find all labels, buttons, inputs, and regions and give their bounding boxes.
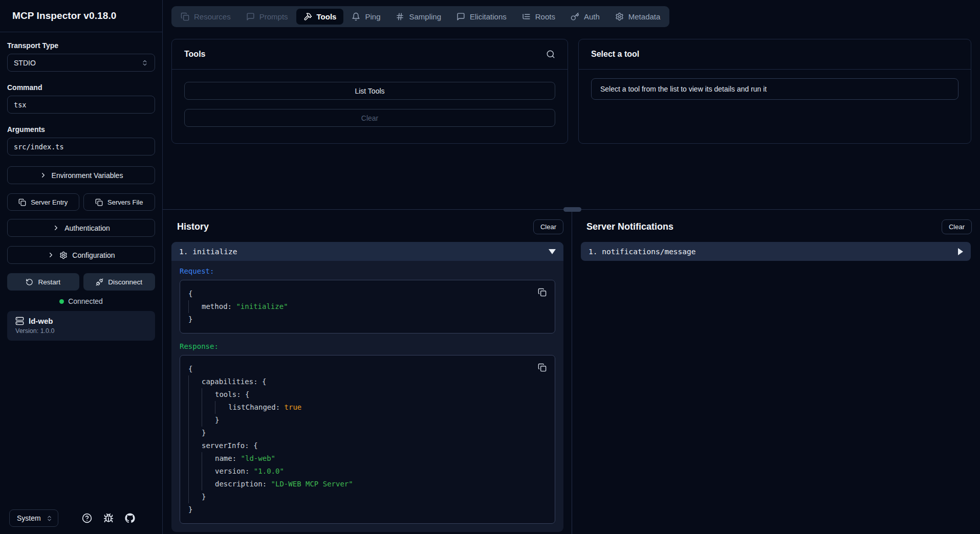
server-notifications-section: Server Notifications Clear 1. notificati…	[572, 210, 980, 534]
history-title: History	[177, 221, 209, 232]
tab-ping[interactable]: Ping	[344, 9, 387, 25]
tab-resources[interactable]: Resources	[173, 9, 238, 25]
github-icon	[125, 513, 135, 523]
copy-response-button[interactable]	[535, 360, 549, 374]
help-button[interactable]	[82, 513, 92, 523]
clear-notifications-button[interactable]: Clear	[942, 219, 972, 234]
chevrons-up-down-icon	[141, 59, 148, 66]
list-tools-button[interactable]: List Tools	[184, 82, 555, 100]
github-button[interactable]	[125, 513, 135, 523]
history-section: History Clear 1. initialize Request:	[163, 210, 572, 534]
history-item-label: 1. initialize	[179, 248, 237, 256]
clear-tools-button[interactable]: Clear	[184, 109, 555, 127]
nav-tabbar: Resources Prompts Tools Ping Sampling	[171, 6, 669, 27]
connection-status: Connected	[7, 297, 155, 305]
configuration-toggle[interactable]: Configuration	[7, 246, 155, 264]
copy-icon	[95, 198, 103, 206]
help-circle-icon	[82, 513, 92, 523]
server-name: ld-web	[29, 317, 53, 325]
unplug-icon	[96, 278, 103, 286]
tab-sampling[interactable]: Sampling	[388, 9, 448, 25]
tools-panel-title: Tools	[184, 50, 205, 59]
bug-report-button[interactable]	[103, 513, 114, 523]
response-label: Response:	[180, 342, 555, 350]
transport-type-label: Transport Type	[7, 41, 155, 50]
copy-icon	[18, 198, 26, 206]
tab-roots[interactable]: Roots	[515, 9, 562, 25]
history-item: 1. initialize Request: {method: "initial…	[171, 242, 563, 532]
expand-triangle-icon	[958, 248, 963, 255]
chevron-right-icon	[52, 224, 60, 232]
select-tool-title: Select a tool	[591, 50, 639, 59]
response-code-block: {capabilities: {tools: {listChanged: tru…	[180, 355, 555, 524]
restart-icon	[26, 278, 33, 286]
request-label: Request:	[180, 267, 555, 275]
request-code-block: {method: "initialize"}	[180, 280, 555, 333]
select-tool-panel: Select a tool Select a tool from the lis…	[578, 39, 971, 144]
select-tool-hint: Select a tool from the list to view its …	[591, 78, 959, 100]
copy-request-button[interactable]	[535, 285, 549, 299]
collapse-triangle-icon	[549, 249, 556, 254]
key-icon	[571, 12, 579, 21]
resize-grip-icon[interactable]	[563, 207, 581, 212]
command-input[interactable]	[7, 96, 155, 114]
copy-icon	[538, 363, 547, 372]
arguments-label: Arguments	[7, 125, 155, 134]
status-dot-icon	[59, 299, 64, 304]
command-label: Command	[7, 83, 155, 92]
tab-auth[interactable]: Auth	[563, 9, 607, 25]
chevron-right-icon	[39, 171, 47, 179]
server-info-card: ld-web Version: 1.0.0	[7, 311, 155, 341]
message-square-icon	[456, 12, 465, 21]
transport-type-select[interactable]: STDIO	[7, 54, 155, 72]
tab-prompts[interactable]: Prompts	[239, 9, 295, 25]
disconnect-button[interactable]: Disconnect	[83, 273, 156, 291]
top-section: Resources Prompts Tools Ping Sampling	[163, 0, 980, 209]
bug-icon	[103, 513, 114, 523]
servers-file-button[interactable]: Servers File	[83, 193, 156, 211]
tab-elicitations[interactable]: Elicitations	[449, 9, 514, 25]
transport-type-value: STDIO	[14, 59, 36, 67]
message-square-icon	[246, 12, 255, 21]
app-window: MCP Inspector v0.18.0 Transport Type STD…	[0, 0, 980, 534]
server-notifications-title: Server Notifications	[586, 221, 673, 232]
bell-icon	[352, 12, 360, 21]
tab-metadata[interactable]: Metadata	[608, 9, 668, 25]
chevron-right-icon	[47, 251, 55, 259]
server-entry-button[interactable]: Server Entry	[7, 193, 79, 211]
notification-item-label: 1. notifications/message	[589, 248, 696, 256]
hash-icon	[396, 12, 404, 21]
arguments-input[interactable]	[7, 138, 155, 155]
horizontal-resize-divider[interactable]	[163, 209, 980, 210]
search-icon[interactable]	[546, 50, 555, 59]
sidebar: MCP Inspector v0.18.0 Transport Type STD…	[0, 0, 163, 534]
app-title: MCP Inspector v0.18.0	[0, 0, 162, 32]
server-version: Version: 1.0.0	[15, 327, 147, 335]
chevrons-up-down-icon	[46, 515, 53, 522]
authentication-toggle[interactable]: Authentication	[7, 219, 155, 237]
server-icon	[15, 317, 24, 325]
gear-icon	[59, 251, 68, 259]
files-icon	[181, 12, 189, 21]
history-item-header[interactable]: 1. initialize	[171, 242, 563, 261]
environment-variables-toggle[interactable]: Environment Variables	[7, 166, 155, 184]
notification-item[interactable]: 1. notifications/message	[581, 242, 971, 261]
hammer-icon	[303, 12, 312, 21]
gear-icon	[615, 12, 624, 21]
clear-history-button[interactable]: Clear	[533, 219, 563, 234]
tab-tools[interactable]: Tools	[296, 9, 344, 25]
restart-button[interactable]: Restart	[7, 273, 79, 291]
tools-panel: Tools List Tools Clear	[171, 39, 568, 144]
theme-select[interactable]: System	[9, 509, 58, 527]
list-tree-icon	[522, 12, 531, 21]
copy-icon	[538, 288, 547, 297]
